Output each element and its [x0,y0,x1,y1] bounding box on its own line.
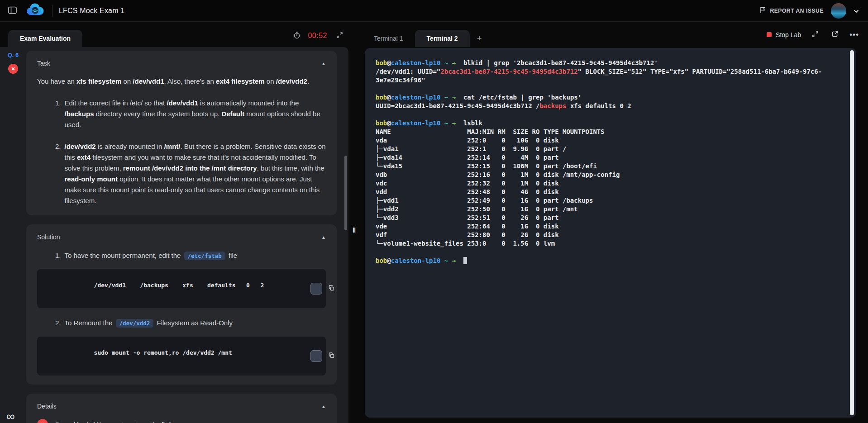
task-list: 1. Edit the correct file in /etc/ so tha… [37,98,326,206]
check-fail-icon: ✕ [37,419,48,423]
terminal-line: vdb 252:16 0 1M 0 disk /mnt/app-config [376,171,835,179]
header-divider [52,5,52,17]
solution-step: 2. To Remount the /dev/vdd2 Filesystem a… [37,317,326,329]
check-row: ✕ Does /dev/vdd1 mounts automatically? [37,419,326,423]
terminal-line: └─vdd3 252:51 0 2G 0 part [376,214,835,222]
terminal-line: NAME MAJ:MIN RM SIZE RO TYPE MOUNTPOINTS [376,128,835,136]
terminal-line: vde 252:64 0 1G 0 disk [376,222,835,231]
terminal-line: bob@caleston-lp10 ~ → cat /etc/fstab | g… [376,93,835,102]
code-block-remount: sudo mount -o remount,ro /dev/vdd2 /mnt [37,337,326,375]
ellipsis-icon: ••• [849,30,859,39]
expand-pane-button[interactable] [334,30,345,42]
stop-lab-label: Stop Lab [776,31,801,38]
solution-step-number: 1. [55,250,61,262]
terminal-line: 3e7e29c34f96" [376,76,835,85]
solution-card-header: Solution ▲ [37,233,326,241]
terminal-line: bob@caleston-lp10 ~ → [376,257,835,265]
report-issue-button[interactable]: REPORT AN ISSUE [759,6,824,15]
code-block-fstab: /dev/vdd1 /backups xfs defaults 0 2 [37,269,326,308]
terminal-line: ├─vda1 252:1 0 9.9G 0 part / [376,145,835,153]
collapse-details-icon[interactable]: ▲ [321,404,326,409]
exam-pane-scrollbar[interactable] [344,156,347,230]
brand-logo-icon: <> [25,3,46,19]
terminal-line: bob@caleston-lp10 ~ → blkid | grep '2bca… [376,59,835,67]
tab-exam-evaluation-label: Exam Evaluation [20,35,71,42]
solution-card-title: Solution [37,233,60,241]
check-text: Does /dev/vdd1 mounts automatically? [55,421,172,423]
solution-step-text: To Remount the /dev/vdd2 Filesystem as R… [65,317,233,329]
exam-tab-strip: Exam Evaluation 00:52 [0,22,348,47]
lab-controls: Stop Lab [767,29,859,41]
page-title: LFCS Mock Exam 1 [59,7,124,15]
drag-handle-icon[interactable]: ‖ [353,226,355,234]
terminal-line [376,85,835,93]
copy-icon [298,278,334,299]
new-terminal-button[interactable]: + [470,30,489,47]
flag-icon [759,6,766,15]
terminal-line: ├─vdd1 252:49 0 1G 0 part /backups [376,196,835,205]
terminal-line [376,248,835,257]
terminal-scrollbar[interactable] [850,50,854,415]
terminal-line: └─volume1-website_files 253:0 0 1.5G 0 l… [376,239,835,248]
top-bar-left: <> LFCS Mock Exam 1 [6,3,124,19]
report-issue-label: REPORT AN ISSUE [770,8,824,14]
terminal-line: /dev/vdd1: UUID="2bcac3d1-be87-4215-9c45… [376,67,835,76]
terminal-pane: Terminal 1 Terminal 2 + Stop Lab [359,22,868,423]
terminal-line: └─vda15 252:15 0 106M 0 part /boot/efi [376,162,835,171]
terminal-window-wrap: bob@caleston-lp10 ~ → blkid | grep '2bca… [365,48,856,418]
tab-terminal-2-label: Terminal 2 [427,35,458,42]
task-card: Task ▲ You have an xfs filesystem on /de… [26,51,337,215]
collapse-task-icon[interactable]: ▲ [321,61,326,66]
more-options-button[interactable]: ••• [849,30,859,39]
open-external-button[interactable] [830,29,840,41]
solution-step-number: 2. [55,317,61,329]
task-card-title: Task [37,60,50,67]
terminal-output[interactable]: bob@caleston-lp10 ~ → blkid | grep '2bca… [365,48,856,418]
copy-icon [298,346,334,366]
terminal-line: vdf 252:80 0 2G 0 disk [376,231,835,239]
stop-lab-button[interactable]: Stop Lab [767,31,801,38]
terminal-line: ├─vda14 252:14 0 4M 0 part [376,153,835,162]
external-link-icon [831,30,839,39]
exam-timer: 00:52 [308,32,327,40]
tab-terminal-1-label: Terminal 1 [374,35,403,42]
terminal-line: UUID=2bcac3d1-be87-4215-9c45-9495d4c3b71… [376,102,835,110]
details-card-header: Details ▲ [37,403,326,410]
tab-exam-evaluation[interactable]: Exam Evaluation [8,30,82,47]
terminal-tab-strip: Terminal 1 Terminal 2 + Stop Lab [359,22,868,47]
task-item-number: 2. [55,141,61,206]
sidebar-toggle-icon [8,6,17,15]
copy-button[interactable] [310,350,322,362]
task-item: 2. /dev/vdd2 is already mounted in /mnt/… [55,141,326,206]
copy-button[interactable] [310,283,322,295]
tab-terminal-1[interactable]: Terminal 1 [362,30,415,47]
task-item-text: Edit the correct file in /etc/ so that /… [65,98,326,130]
sidebar-toggle-button[interactable] [6,5,19,17]
chevron-down-icon[interactable] [854,7,859,15]
cards-column: Task ▲ You have an xfs filesystem on /de… [26,47,348,423]
expand-terminal-button[interactable] [810,29,820,41]
exam-content-panel: Q. 6 ✕ Task ▲ You have an xfs filesystem… [0,47,348,423]
pane-resize-divider[interactable]: ‖ [348,22,359,423]
tab-terminal-2[interactable]: Terminal 2 [415,30,470,47]
details-card: Details ▲ ✕ Does /dev/vdd1 mounts automa… [26,394,337,423]
terminal-line: bob@caleston-lp10 ~ → lsblk [376,119,835,128]
details-card-title: Details [37,403,57,410]
top-bar: <> LFCS Mock Exam 1 REPORT AN ISSUE [0,0,868,22]
solution-step-text: To have the mount permanent, edit the /e… [65,250,238,262]
main-area: Exam Evaluation 00:52 [0,22,868,423]
task-item: 1. Edit the correct file in /etc/ so tha… [55,98,326,130]
question-gutter: Q. 6 ✕ [0,47,26,423]
solution-card: Solution ▲ 1. To have the mount permanen… [26,224,337,385]
timer-group: 00:52 [293,30,345,42]
terminal-line: vdc 252:32 0 1M 0 disk [376,179,835,188]
collapse-solution-icon[interactable]: ▲ [321,235,326,240]
question-number: Q. 6 [8,52,19,58]
terminal-line: vda 252:0 0 10G 0 disk [376,136,835,145]
terminal-line: vdd 252:48 0 4G 0 disk [376,188,835,196]
avatar[interactable] [831,3,846,19]
exam-pane: Exam Evaluation 00:52 [0,22,348,423]
terminal-line [376,110,835,119]
app-root: <> LFCS Mock Exam 1 REPORT AN ISSUE [0,0,868,423]
terminal-line: ├─vdd2 252:50 0 1G 0 part /mnt [376,205,835,214]
